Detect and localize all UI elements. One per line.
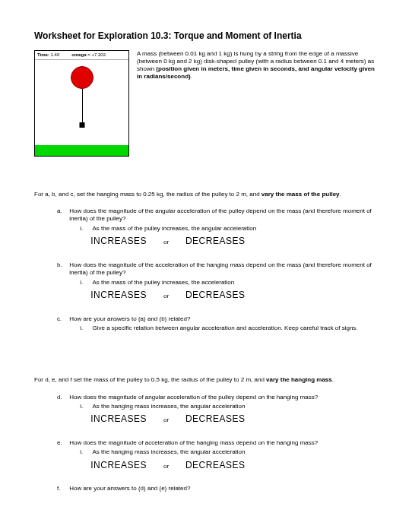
choice-increases[interactable]: INCREASES — [90, 413, 147, 424]
question-e: e. How does the magnitude of acceleratio… — [57, 439, 378, 471]
q-body: How does the magnitude of the accelerati… — [69, 261, 375, 302]
sub-label: i. — [80, 325, 90, 332]
q-body: How are your answers to (a) and (b) rela… — [69, 315, 375, 333]
choice-or: or — [163, 463, 169, 470]
question-b: b. How does the magnitude of the acceler… — [57, 261, 378, 302]
simulation-box: Time: 1.40 omega = +7.202 — [34, 50, 129, 157]
sub-body: As the hanging mass increases, the angul… — [92, 403, 372, 410]
question-a: a. How does the magnitude of the angular… — [57, 207, 378, 248]
choice-decreases[interactable]: DECREASES — [185, 290, 246, 300]
choice-decreases[interactable]: DECREASES — [185, 460, 246, 470]
choice-line: INCREASES or DECREASES — [69, 413, 375, 426]
q-label: d. — [57, 394, 68, 401]
q-label: e. — [57, 439, 68, 447]
sim-area — [35, 60, 128, 147]
choice-increases[interactable]: INCREASES — [90, 236, 147, 246]
choice-decreases[interactable]: DECREASES — [185, 413, 246, 424]
q-body: How are your answers to (d) and (e) rela… — [69, 485, 375, 492]
sub-body: As the hanging mass increases, the angul… — [92, 448, 372, 456]
question-f: f. How are your answers to (d) and (e) r… — [57, 485, 378, 492]
choice-or: or — [163, 293, 169, 299]
sub-body: As the mass of the pulley increases, the… — [92, 225, 372, 233]
ground-icon — [35, 145, 128, 156]
choice-line: INCREASES or DECREASES — [69, 290, 375, 302]
choice-increases[interactable]: INCREASES — [90, 460, 147, 470]
section1-note: For a, b, and c, set the hanging mass to… — [34, 191, 378, 198]
hanging-mass-icon — [79, 122, 84, 128]
question-d: d. How does the magnitude of angular acc… — [57, 394, 378, 426]
q-label: c. — [57, 315, 68, 323]
choice-line: INCREASES or DECREASES — [69, 460, 375, 472]
worksheet-title: Worksheet for Exploration 10.3: Torque a… — [34, 30, 378, 43]
questions-group-2: d. How does the magnitude of angular acc… — [34, 394, 378, 493]
top-section: Time: 1.40 omega = +7.202 A mass (betwee… — [34, 50, 378, 157]
choice-decreases[interactable]: DECREASES — [185, 236, 246, 246]
choice-line: INCREASES or DECREASES — [69, 236, 375, 248]
sub-label: i. — [80, 225, 90, 233]
intro-text: A mass (between 0.01 kg and 1 kg) is hun… — [137, 50, 378, 157]
q-label: f. — [57, 485, 68, 492]
q-label: b. — [57, 261, 68, 269]
questions-group-1: a. How does the magnitude of the angular… — [34, 207, 378, 332]
q-body: How does the magnitude of angular accele… — [69, 394, 375, 426]
q-body: How does the magnitude of the angular ac… — [69, 207, 375, 248]
sub-label: i. — [80, 448, 90, 456]
question-c: c. How are your answers to (a) and (b) r… — [57, 315, 378, 333]
q-body: How does the magnitude of acceleration o… — [69, 439, 375, 471]
choice-or: or — [163, 416, 169, 423]
choice-or: or — [163, 239, 169, 245]
sub-body: Give a specific relation between angular… — [92, 325, 372, 332]
sub-label: i. — [80, 279, 90, 287]
string-icon — [82, 89, 83, 123]
sub-body: As the mass of the pulley increases, the… — [92, 279, 372, 287]
sub-label: i. — [80, 403, 90, 410]
pulley-icon — [71, 66, 93, 89]
choice-increases[interactable]: INCREASES — [90, 290, 147, 300]
sim-header: Time: 1.40 omega = +7.202 — [35, 51, 128, 61]
q-label: a. — [57, 207, 68, 215]
section2-note: For d, e, and f set the mass of the pull… — [34, 376, 378, 384]
